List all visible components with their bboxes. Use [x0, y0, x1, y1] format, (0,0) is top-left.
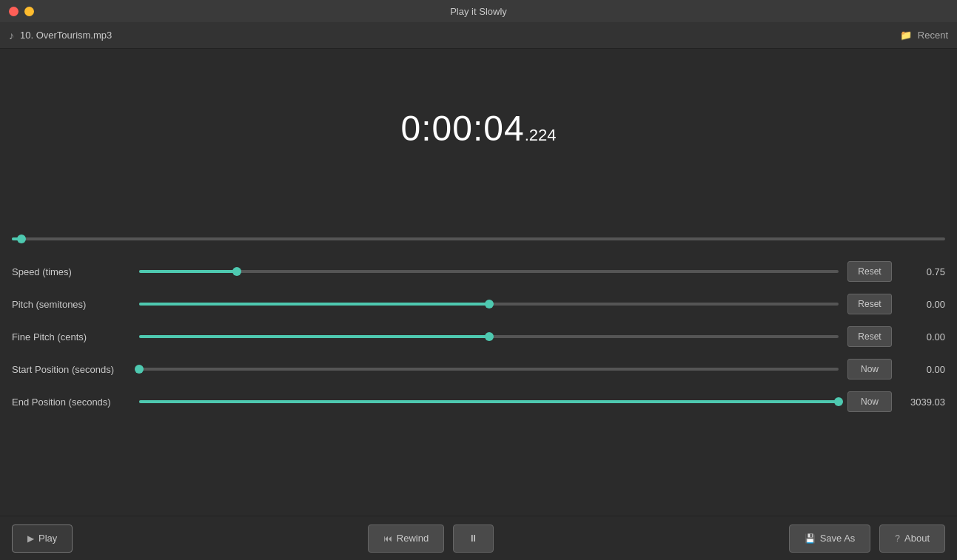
- play-icon: ▶: [27, 533, 34, 544]
- pause-button[interactable]: ⏸: [453, 524, 494, 553]
- control-value-0: 0.75: [901, 266, 945, 277]
- rewind-icon: ⏮: [383, 533, 392, 544]
- scrub-track[interactable]: [12, 237, 945, 240]
- file-bar: ♪ 10. OverTourism.mp3 📁 Recent: [0, 22, 957, 49]
- time-milliseconds: .224: [525, 126, 557, 145]
- transport-controls: ⏮ Rewind ⏸: [368, 524, 494, 553]
- slider-thumb-1[interactable]: [485, 300, 494, 308]
- pause-icon: ⏸: [469, 533, 478, 544]
- scrub-thumb[interactable]: [17, 235, 26, 243]
- controls-area: Speed (times)Reset0.75Pitch (semitones)R…: [0, 240, 957, 418]
- slider-fill-0: [139, 270, 237, 273]
- slider-thumb-0[interactable]: [232, 267, 241, 276]
- slider-fill-4: [139, 400, 839, 403]
- slider-fill-1: [139, 303, 489, 306]
- save-icon: 💾: [805, 533, 816, 544]
- control-reset-button-2[interactable]: Reset: [847, 326, 892, 347]
- slider-container-0[interactable]: [139, 270, 839, 273]
- app-title: Play it Slowly: [450, 6, 507, 17]
- slider-container-2[interactable]: [139, 335, 839, 338]
- file-bar-actions: 📁 Recent: [900, 30, 948, 41]
- window-controls: [9, 7, 34, 16]
- rewind-button[interactable]: ⏮ Rewind: [368, 524, 444, 553]
- rewind-label: Rewind: [397, 533, 429, 544]
- control-label-0: Speed (times): [12, 266, 130, 277]
- control-reset-button-3[interactable]: Now: [847, 359, 892, 379]
- control-row-4: End Position (seconds)Now3039.03: [12, 385, 945, 418]
- about-button[interactable]: ? About: [879, 524, 945, 553]
- open-folder-icon[interactable]: 📁: [900, 30, 912, 41]
- slider-track-1: [139, 303, 839, 306]
- control-value-2: 0.00: [901, 331, 945, 343]
- file-icon: ♪: [9, 30, 14, 41]
- slider-thumb-2[interactable]: [485, 332, 494, 341]
- time-display: 0:00:04 .224: [401, 108, 557, 149]
- slider-track-2: [139, 335, 839, 338]
- slider-container-3[interactable]: [139, 368, 839, 371]
- slider-thumb-4[interactable]: [834, 397, 843, 406]
- control-value-3: 0.00: [901, 364, 945, 375]
- save-as-label: Save As: [820, 533, 856, 544]
- minimize-button[interactable]: [24, 7, 34, 16]
- about-label: About: [904, 533, 930, 544]
- bottom-bar: ▶ Play ⏮ Rewind ⏸ 💾 Save As ? About: [0, 516, 957, 560]
- control-label-4: End Position (seconds): [12, 397, 130, 408]
- control-value-1: 0.00: [901, 299, 945, 310]
- title-bar: Play it Slowly: [0, 0, 957, 22]
- control-row-3: Start Position (seconds)Now0.00: [12, 353, 945, 385]
- slider-track-3: [139, 368, 839, 371]
- slider-container-4[interactable]: [139, 400, 839, 403]
- control-row-1: Pitch (semitones)Reset0.00: [12, 288, 945, 320]
- control-row-0: Speed (times)Reset0.75: [12, 255, 945, 288]
- slider-track-0: [139, 270, 839, 273]
- control-reset-button-4[interactable]: Now: [847, 391, 892, 412]
- control-reset-button-1[interactable]: Reset: [847, 294, 892, 314]
- control-label-2: Fine Pitch (cents): [12, 331, 130, 343]
- recent-button[interactable]: Recent: [918, 30, 948, 41]
- slider-thumb-3[interactable]: [135, 365, 144, 374]
- slider-container-1[interactable]: [139, 303, 839, 306]
- scrub-area: [0, 237, 957, 240]
- main-content: 0:00:04 .224 Speed (times)Reset0.75Pitch…: [0, 49, 957, 516]
- close-button[interactable]: [9, 7, 19, 16]
- control-reset-button-0[interactable]: Reset: [847, 261, 892, 282]
- control-row-2: Fine Pitch (cents)Reset0.00: [12, 320, 945, 353]
- slider-fill-2: [139, 335, 489, 338]
- control-label-1: Pitch (semitones): [12, 299, 130, 310]
- save-as-button[interactable]: 💾 Save As: [789, 524, 871, 553]
- file-name: 10. OverTourism.mp3: [20, 30, 894, 41]
- time-main: 0:00:04: [401, 108, 525, 149]
- slider-track-4: [139, 400, 839, 403]
- control-label-3: Start Position (seconds): [12, 364, 130, 375]
- play-button[interactable]: ▶ Play: [12, 524, 73, 553]
- control-value-4: 3039.03: [901, 397, 945, 408]
- about-icon: ?: [895, 533, 900, 544]
- play-label: Play: [38, 533, 57, 544]
